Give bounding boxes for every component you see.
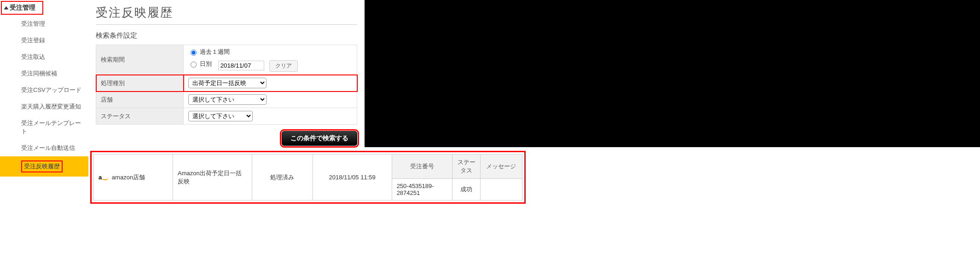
select-shop[interactable]: 選択して下さい bbox=[188, 94, 267, 105]
th-status: ステータス bbox=[452, 155, 481, 179]
sidebar-item-rakuten-history[interactable]: 楽天購入履歴変更通知 bbox=[0, 98, 88, 115]
cell-time: 2018/11/05 11:59 bbox=[313, 155, 392, 200]
cell-status: 成功 bbox=[452, 179, 481, 200]
collapse-icon bbox=[4, 6, 9, 10]
sidebar-item-label: 受注取込 bbox=[21, 53, 45, 60]
sidebar-item-orders[interactable]: 受注管理 bbox=[0, 16, 88, 32]
sidebar-item-register[interactable]: 受注登録 bbox=[0, 32, 88, 49]
page-title: 受注反映履歴 bbox=[96, 3, 357, 25]
label-period: 検索期間 bbox=[96, 45, 184, 75]
sidebar-item-label: 受注反映履歴 bbox=[21, 160, 63, 172]
table-row: a amazon店舗 Amazon出荷予定日一括反映 処理済み 2018/11/… bbox=[94, 155, 522, 179]
radio-past-week[interactable]: 過去１週間 bbox=[188, 48, 230, 56]
amazon-icon: a bbox=[99, 174, 108, 181]
sidebar-head-label: 受注管理 bbox=[10, 4, 35, 12]
th-message: メッセージ bbox=[480, 155, 522, 179]
date-input[interactable] bbox=[218, 61, 264, 70]
radio-by-day[interactable]: 日別 bbox=[188, 60, 212, 68]
search-form: 検索期間 過去１週間 日別 bbox=[96, 45, 357, 125]
results-panel: a amazon店舗 Amazon出荷予定日一括反映 処理済み 2018/11/… bbox=[90, 151, 526, 204]
cell-shop-text: amazon店舗 bbox=[112, 174, 145, 181]
sidebar-item-label: 受注メール自動送信 bbox=[21, 144, 75, 151]
label-shop: 店舗 bbox=[96, 92, 184, 108]
results-table: a amazon店舗 Amazon出荷予定日一括反映 処理済み 2018/11/… bbox=[93, 154, 522, 200]
sidebar-item-label: 受注同梱候補 bbox=[21, 70, 57, 77]
sidebar-item-label: 受注CSVアップロード bbox=[21, 86, 81, 93]
sidebar-item-reflect-history[interactable]: 受注反映履歴 bbox=[0, 156, 88, 177]
cell-type: Amazon出荷予定日一括反映 bbox=[173, 155, 252, 200]
th-order-no: 受注番号 bbox=[392, 155, 452, 179]
sidebar-item-mail-auto[interactable]: 受注メール自動送信 bbox=[0, 140, 88, 156]
clear-button[interactable]: クリア bbox=[269, 60, 298, 72]
cell-message bbox=[480, 179, 522, 200]
sidebar-head[interactable]: 受注管理 bbox=[1, 1, 43, 15]
sidebar-item-label: 受注登録 bbox=[21, 37, 45, 44]
sidebar-item-bundle[interactable]: 受注同梱候補 bbox=[0, 65, 88, 82]
label-type: 処理種別 bbox=[96, 75, 184, 92]
sidebar: 受注管理 受注管理 受注登録 受注取込 受注同梱候補 受注CSVアップロード 楽… bbox=[0, 0, 88, 177]
cell-state: 処理済み bbox=[252, 155, 313, 200]
radio-by-day-label: 日別 bbox=[200, 60, 212, 68]
label-status: ステータス bbox=[96, 108, 184, 125]
search-button[interactable]: この条件で検索する bbox=[282, 131, 357, 146]
sidebar-item-label: 受注メールテンプレート bbox=[21, 120, 81, 135]
sidebar-item-import[interactable]: 受注取込 bbox=[0, 49, 88, 65]
cell-shop: a amazon店舗 bbox=[94, 155, 173, 200]
radio-past-week-label: 過去１週間 bbox=[200, 48, 230, 56]
select-type[interactable]: 出荷予定日一括反映 bbox=[188, 78, 267, 88]
sidebar-item-label: 楽天購入履歴変更通知 bbox=[21, 103, 81, 110]
section-title: 検索条件設定 bbox=[96, 31, 357, 40]
radio-by-day-input[interactable] bbox=[191, 62, 197, 68]
sidebar-item-csv-upload[interactable]: 受注CSVアップロード bbox=[0, 82, 88, 98]
cell-order-no: 250-4535189-2874251 bbox=[392, 179, 452, 200]
main-panel: 受注反映履歴 検索条件設定 検索期間 過去１週間 bbox=[88, 0, 365, 147]
sidebar-item-mail-template[interactable]: 受注メールテンプレート bbox=[0, 115, 88, 140]
sidebar-item-label: 受注管理 bbox=[21, 20, 45, 27]
radio-past-week-input[interactable] bbox=[191, 50, 197, 56]
select-status[interactable]: 選択して下さい bbox=[188, 111, 253, 121]
